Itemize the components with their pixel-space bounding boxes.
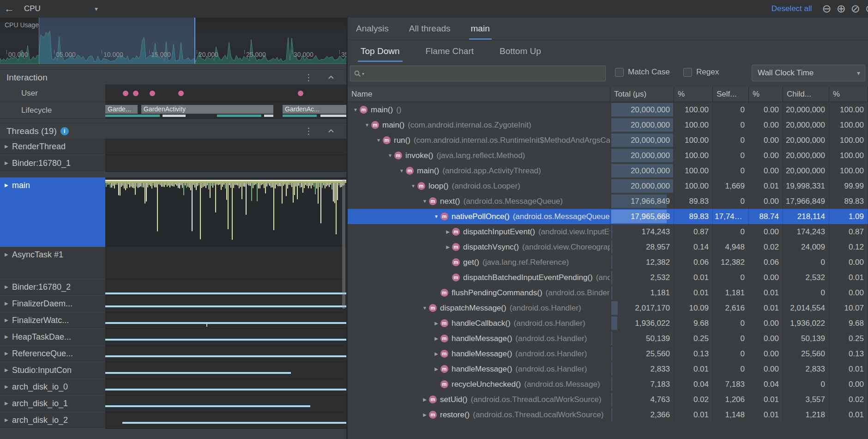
back-button[interactable]: ← — [0, 3, 18, 15]
thread-row-renderthread[interactable]: ▶RenderThread — [0, 139, 346, 155]
thread-row-referenceque-[interactable]: ▶ReferenceQue... — [0, 346, 346, 362]
threads-section-header[interactable]: Threads (19) i ⋮ — [0, 123, 346, 139]
table-row[interactable]: ▶mhandleMessage()(android.os.Handler)25,… — [348, 346, 868, 361]
tree-toggle-icon[interactable]: ▶ — [432, 351, 440, 356]
collapse-chevron-icon[interactable] — [328, 74, 334, 81]
tree-toggle-icon[interactable]: ▼ — [374, 138, 383, 143]
tree-toggle-icon[interactable]: ▼ — [409, 183, 417, 189]
tree-toggle-icon[interactable]: ▶ — [432, 336, 440, 341]
kebab-menu-icon[interactable]: ⋮ — [304, 126, 313, 136]
vertical-scrollbar[interactable] — [342, 179, 345, 309]
thread-expand-icon[interactable]: ▶ — [5, 142, 12, 149]
reset-zoom-icon[interactable]: ⊘ — [851, 3, 860, 14]
info-icon[interactable]: i — [60, 127, 69, 135]
thread-expand-icon[interactable]: ▶ — [5, 366, 12, 372]
column-header-col6[interactable]: % — [829, 87, 868, 102]
thread-row-arch-disk-io-2[interactable]: ▶arch_disk_io_2 — [0, 412, 346, 429]
tree-toggle-icon[interactable]: ▼ — [432, 214, 440, 219]
deselect-all-link[interactable]: Deselect all — [772, 4, 812, 13]
lifecycle-segment[interactable]: GardenActivity — [141, 105, 273, 114]
thread-expand-icon[interactable]: ▶ — [5, 159, 12, 165]
thread-expand-icon[interactable]: ▶ — [5, 332, 12, 339]
thread-row-main[interactable]: ▶main — [0, 177, 346, 247]
thread-activity-track[interactable] — [105, 139, 346, 155]
table-row[interactable]: ▼mnativePollOnce()(android.os.MessageQue… — [348, 209, 868, 224]
thread-activity-track[interactable] — [105, 247, 346, 279]
thread-expand-icon[interactable]: ▶ — [5, 282, 12, 289]
thread-expand-icon[interactable]: ▶ — [5, 181, 12, 188]
search-input[interactable] — [368, 69, 605, 78]
thread-row-heaptaskdae-[interactable]: ▶HeapTaskDae... — [0, 329, 346, 346]
zoom-in-icon[interactable]: ⊕ — [837, 3, 846, 14]
thread-expand-icon[interactable]: ▶ — [5, 316, 12, 323]
tree-toggle-icon[interactable]: ▼ — [363, 122, 371, 128]
thread-row-binder-16780-2[interactable]: ▶Binder:16780_2 — [0, 279, 346, 296]
table-row[interactable]: ▶mhandleCallback()(android.os.Handler)1,… — [348, 316, 868, 331]
tree-toggle-icon[interactable]: ▶ — [421, 397, 429, 402]
tree-toggle-icon[interactable]: ▼ — [421, 199, 429, 204]
thread-activity-track[interactable] — [105, 329, 346, 346]
thread-activity-track[interactable] — [105, 362, 346, 379]
interaction-section-header[interactable]: Interaction ⋮ — [0, 69, 346, 85]
thread-row-finalizerdaem-[interactable]: ▶FinalizerDaem... — [0, 296, 346, 312]
clock-mode-select[interactable]: Wall Clock Time ▾ — [752, 65, 865, 81]
thread-row-binder-16780-1[interactable]: ▶Binder:16780_1 — [0, 155, 346, 172]
tree-toggle-icon[interactable]: ▶ — [421, 412, 429, 417]
subtab-top-down[interactable]: Top Down — [358, 40, 403, 62]
thread-row-arch-disk-io-1[interactable]: ▶arch_disk_io_1 — [0, 396, 346, 412]
table-row[interactable]: ▼mnext()(android.os.MessageQueue)17,966,… — [348, 194, 868, 209]
table-row[interactable]: ▶mhandleMessage()(android.os.Handler)2,8… — [348, 361, 868, 377]
tab-main[interactable]: main — [469, 18, 492, 40]
column-header-col5[interactable]: Child... — [783, 87, 829, 102]
regex-checkbox[interactable]: Regex — [683, 67, 719, 77]
thread-expand-icon[interactable]: ▶ — [5, 250, 12, 257]
tree-toggle-icon[interactable]: ▶ — [432, 366, 440, 372]
thread-activity-track[interactable] — [105, 296, 346, 312]
column-header-col3[interactable]: Self... — [713, 87, 749, 102]
thread-activity-track[interactable] — [105, 396, 346, 412]
column-header-name[interactable]: Name — [348, 87, 610, 102]
column-header-col1[interactable]: Total (μs) — [610, 87, 674, 102]
tree-toggle-icon[interactable]: ▼ — [398, 168, 406, 173]
thread-activity-track[interactable] — [105, 177, 346, 247]
zoom-to-selection-icon[interactable]: ⊙ — [865, 3, 868, 14]
column-header-col4[interactable]: % — [749, 87, 783, 102]
lifecycle-segment[interactable]: Garde... — [105, 105, 138, 114]
lifecycle-segment[interactable]: GardenAc... — [283, 105, 346, 114]
thread-row-studio-inputcon[interactable]: ▶Studio:InputCon — [0, 362, 346, 379]
subtab-flame-chart[interactable]: Flame Chart — [423, 40, 477, 62]
zoom-out-icon[interactable]: ⊖ — [822, 3, 832, 14]
thread-activity-track[interactable] — [105, 379, 346, 396]
thread-activity-track[interactable] — [105, 412, 346, 429]
tree-toggle-icon[interactable]: ▶ — [432, 321, 440, 326]
user-event-dot[interactable] — [298, 91, 303, 96]
table-row[interactable]: ▶mdispatchVsync()(android.view.Choreogra… — [348, 239, 868, 255]
match-case-checkbox[interactable]: Match Case — [615, 67, 670, 77]
user-events-track[interactable] — [105, 85, 346, 102]
table-row[interactable]: ▼mmain()(android.app.ActivityThread)20,0… — [348, 163, 868, 178]
table-row[interactable]: ▼minvoke()(java.lang.reflect.Method)20,0… — [348, 148, 868, 163]
table-row[interactable]: ▼mrun()(com.android.internal.os.RuntimeI… — [348, 133, 868, 148]
user-event-dot[interactable] — [150, 91, 155, 96]
thread-expand-icon[interactable]: ▶ — [5, 382, 12, 389]
thread-activity-track[interactable] — [105, 346, 346, 362]
tab-analysis[interactable]: Analysis — [354, 18, 391, 40]
tab-all-threads[interactable]: All threads — [407, 18, 452, 40]
thread-expand-icon[interactable]: ▶ — [5, 399, 12, 406]
cpu-usage-chart[interactable]: CPU Usage 00.00005.00010.00015.00020.000… — [0, 18, 346, 64]
collapse-chevron-icon[interactable] — [328, 128, 334, 134]
table-row[interactable]: mflushPendingCommands()(android.os.Binde… — [348, 285, 868, 300]
table-row[interactable]: ▼mloop()(android.os.Looper)20,000,000100… — [348, 178, 868, 194]
lifecycle-track[interactable]: Garde...GardenActivityGardenAc... — [105, 102, 346, 119]
table-row[interactable]: ▶mrestore()(android.os.ThreadLocalWorkSo… — [348, 407, 868, 422]
user-event-dot[interactable] — [133, 91, 139, 96]
search-box[interactable]: ▾ — [350, 66, 606, 81]
user-event-dot[interactable] — [178, 91, 184, 96]
table-row[interactable]: ▼mdispatchMessage()(android.os.Handler)2… — [348, 300, 868, 316]
kebab-menu-icon[interactable]: ⋮ — [304, 72, 313, 83]
tree-toggle-icon[interactable]: ▶ — [444, 229, 452, 234]
table-row[interactable]: mget()(java.lang.ref.Reference)12,3820.0… — [348, 255, 868, 270]
thread-expand-icon[interactable]: ▶ — [5, 349, 12, 356]
tree-toggle-icon[interactable]: ▼ — [386, 153, 394, 158]
thread-activity-track[interactable] — [105, 155, 346, 172]
